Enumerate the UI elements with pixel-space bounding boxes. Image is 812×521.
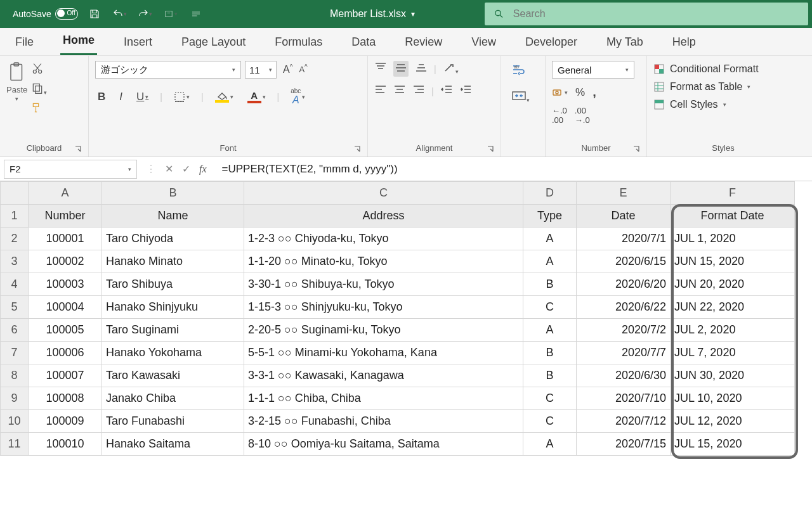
underline-button[interactable]: U▾ — [134, 89, 151, 105]
cell[interactable]: Hanako Shinjyuku — [102, 296, 244, 319]
align-middle-icon[interactable] — [393, 61, 409, 77]
document-title[interactable]: Member List.xlsx ▾ — [330, 8, 415, 20]
row-header[interactable]: 2 — [1, 228, 29, 250]
cell[interactable]: B — [523, 364, 577, 387]
cell[interactable]: A — [523, 433, 577, 456]
cell[interactable]: 100010 — [29, 433, 102, 456]
cell[interactable]: 2020/7/15 — [577, 433, 671, 456]
cell[interactable]: 1-2-3 ○○ Chiyoda-ku, Tokyo — [244, 228, 523, 250]
decrease-indent-icon[interactable] — [440, 84, 453, 98]
conditional-formatting-button[interactable]: Conditional Formatt — [653, 63, 793, 75]
cell[interactable]: B — [523, 342, 577, 364]
cell[interactable]: 8-10 ○○ Oomiya-ku Saitama, Saitama — [244, 433, 523, 456]
select-all-corner[interactable] — [1, 182, 29, 205]
font-color-button[interactable]: A▾ — [245, 89, 268, 105]
tab-formulas[interactable]: Formulas — [272, 30, 325, 55]
align-bottom-icon[interactable] — [415, 62, 428, 75]
cell[interactable]: Hanako Yokohama — [102, 342, 244, 364]
header-cell[interactable]: Format Date — [671, 205, 795, 228]
comma-format-icon[interactable]: , — [593, 85, 596, 100]
merge-center-icon[interactable]: ▾ — [511, 89, 535, 104]
cell[interactable]: JUN 20, 2020 — [671, 273, 795, 296]
cell[interactable]: A — [523, 228, 577, 250]
align-right-icon[interactable] — [412, 84, 425, 98]
font-size-select[interactable]: 11▾ — [245, 61, 277, 79]
cell[interactable]: 2020/7/12 — [577, 410, 671, 433]
tab-view[interactable]: View — [469, 30, 499, 55]
header-cell[interactable]: Name — [102, 205, 244, 228]
clipboard-dialog-launcher[interactable] — [74, 145, 82, 153]
decrease-decimal-icon[interactable]: .00→.0 — [575, 106, 590, 125]
row-header[interactable]: 9 — [1, 387, 29, 410]
col-header-B[interactable]: B — [102, 182, 244, 205]
increase-decimal-icon[interactable]: ←.0.00 — [552, 106, 567, 125]
col-header-F[interactable]: F — [671, 182, 795, 205]
cell[interactable]: Taro Chiyoda — [102, 228, 244, 250]
cell[interactable]: Hanako Saitama — [102, 433, 244, 456]
col-header-E[interactable]: E — [577, 182, 671, 205]
cell[interactable]: JUN 22, 2020 — [671, 296, 795, 319]
col-header-D[interactable]: D — [523, 182, 577, 205]
cell[interactable]: 2020/6/15 — [577, 250, 671, 273]
row-header[interactable]: 5 — [1, 296, 29, 319]
row-header[interactable]: 11 — [1, 433, 29, 456]
cell[interactable]: 2020/7/1 — [577, 228, 671, 250]
tab-data[interactable]: Data — [349, 30, 378, 55]
tab-developer[interactable]: Developer — [523, 30, 580, 55]
wrap-text-icon[interactable]: ab — [511, 63, 535, 78]
cell[interactable]: JUL 1, 2020 — [671, 228, 795, 250]
cell[interactable]: 2020/6/22 — [577, 296, 671, 319]
bold-button[interactable]: B — [95, 89, 108, 105]
cell[interactable]: 1-15-3 ○○ Shinjyuku-ku, Tokyo — [244, 296, 523, 319]
cell-styles-button[interactable]: Cell Styles▾ — [653, 99, 793, 110]
row-header[interactable]: 6 — [1, 319, 29, 342]
orientation-icon[interactable]: ▾ — [443, 62, 459, 75]
cell[interactable]: 100001 — [29, 228, 102, 250]
cell[interactable]: JUL 10, 2020 — [671, 387, 795, 410]
cancel-formula-icon[interactable]: ✕ — [165, 163, 173, 175]
redo-icon[interactable]: ▾ — [136, 5, 154, 23]
cell[interactable]: B — [523, 273, 577, 296]
insert-function-icon[interactable]: fx — [199, 164, 207, 175]
percent-format-icon[interactable]: % — [575, 86, 585, 99]
cell[interactable]: 5-5-1 ○○ Minami-ku Yokohama, Kana — [244, 342, 523, 364]
header-cell[interactable]: Type — [523, 205, 577, 228]
tab-home[interactable]: Home — [60, 29, 97, 55]
cell[interactable]: JUL 2, 2020 — [671, 319, 795, 342]
cell[interactable]: 2020/7/7 — [577, 342, 671, 364]
cell[interactable]: Janako Chiba — [102, 387, 244, 410]
font-dialog-launcher[interactable] — [353, 145, 361, 153]
cell[interactable]: 100005 — [29, 319, 102, 342]
name-box[interactable]: F2▾ — [4, 160, 137, 179]
customize-toolbar-icon[interactable] — [187, 5, 205, 23]
cell[interactable]: 2-20-5 ○○ Suginami-ku, Tokyo — [244, 319, 523, 342]
cell[interactable]: Taro Kawasaki — [102, 364, 244, 387]
cell[interactable]: A — [523, 250, 577, 273]
cell[interactable]: 100007 — [29, 364, 102, 387]
cell[interactable]: 2020/6/20 — [577, 273, 671, 296]
cell[interactable]: 3-30-1 ○○ Shibuya-ku, Tokyo — [244, 273, 523, 296]
spreadsheet-grid[interactable]: A B C D E F 1 Number Name Address Type D… — [0, 181, 812, 456]
cell[interactable]: Taro Funabashi — [102, 410, 244, 433]
save-icon[interactable] — [86, 5, 103, 23]
phonetic-guide-button[interactable]: abcA▾ — [288, 86, 308, 107]
cell[interactable]: 1-1-1 ○○ Chiba, Chiba — [244, 387, 523, 410]
col-header-A[interactable]: A — [29, 182, 102, 205]
cell[interactable]: 100009 — [29, 410, 102, 433]
header-cell[interactable]: Date — [577, 205, 671, 228]
number-dialog-launcher[interactable] — [632, 145, 640, 153]
cell[interactable]: 2020/6/30 — [577, 364, 671, 387]
cell[interactable]: C — [523, 387, 577, 410]
borders-button[interactable]: ▾ — [171, 90, 192, 104]
cell[interactable]: 2020/7/2 — [577, 319, 671, 342]
copy-icon[interactable]: ▾ — [31, 82, 47, 96]
font-name-select[interactable]: 游ゴシック▾ — [95, 61, 241, 79]
row-header[interactable]: 8 — [1, 364, 29, 387]
cell[interactable]: JUN 15, 2020 — [671, 250, 795, 273]
cell[interactable]: JUL 15, 2020 — [671, 433, 795, 456]
cell[interactable]: C — [523, 410, 577, 433]
row-header[interactable]: 4 — [1, 273, 29, 296]
tab-review[interactable]: Review — [402, 30, 445, 55]
cell[interactable]: 2020/7/10 — [577, 387, 671, 410]
cell[interactable]: 100008 — [29, 387, 102, 410]
